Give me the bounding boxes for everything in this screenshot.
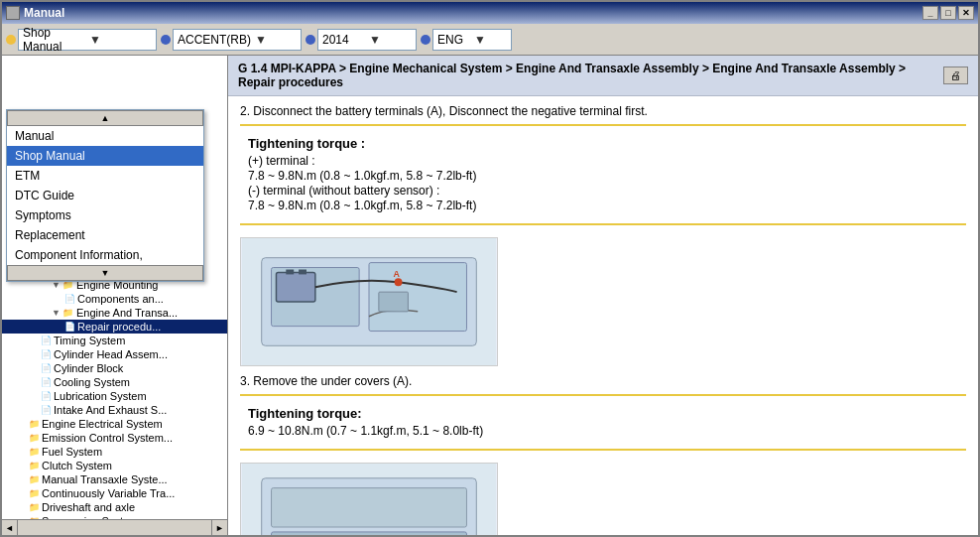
dropdown-scroll-up[interactable]: ▲ (7, 110, 203, 126)
sidebar-scroll-right[interactable]: ► (211, 520, 227, 535)
folder-icon: 📁 (28, 432, 40, 444)
dropdown-item-component[interactable]: Component Information, (7, 245, 203, 265)
dropdown-menu: ▲ Manual Shop Manual ETM DTC Guide Sympt… (6, 109, 204, 282)
dropdown-item-replacement[interactable]: Replacement (7, 225, 203, 245)
tightening-box-1: Tightening torque : (+) terminal : 7.8 ~… (240, 132, 966, 217)
svg-rect-4 (276, 272, 314, 302)
sidebar-item-clutch[interactable]: 📁 Clutch System (2, 459, 227, 472)
model-dropdown-wrapper: ACCENT(RB) ▼ (161, 29, 302, 51)
titlebar-buttons: _ □ ✕ (922, 6, 974, 20)
sidebar-item-manual-transaxle[interactable]: 📁 Manual Transaxle Syste... (2, 472, 227, 486)
main-area: ▲ Manual Shop Manual ETM DTC Guide Sympt… (2, 56, 978, 535)
diagram-2: A (240, 463, 498, 535)
diagram-1: A (240, 237, 498, 366)
step3-text: 3. Remove the under covers (A). (240, 374, 966, 388)
sidebar-item-lubrication[interactable]: 📄 Lubrication System (2, 389, 227, 403)
svg-point-7 (395, 278, 403, 286)
sidebar-item-emission[interactable]: 📁 Emission Control System... (2, 431, 227, 445)
step3-section: 3. Remove the under covers (A). Tighteni… (240, 374, 966, 451)
breadcrumb: G 1.4 MPI-KAPPA > Engine Mechanical Syst… (238, 62, 943, 89)
content-area: G 1.4 MPI-KAPPA > Engine Mechanical Syst… (228, 56, 978, 535)
yellow-divider-4 (240, 449, 966, 451)
folder-icon: 📁 (28, 487, 40, 499)
main-window: Manual _ □ ✕ Shop Manual ▼ ACCENT(RB) ▼ (0, 0, 980, 537)
folder-icon: 📁 (28, 473, 40, 485)
sidebar-item-cooling[interactable]: 📄 Cooling System (2, 375, 227, 389)
dropdown4-icon (421, 35, 430, 45)
sidebar-item-engine-transaxle2[interactable]: ▼ 📁 Engine And Transa... (2, 306, 227, 320)
sidebar-item-timing[interactable]: 📄 Timing System (2, 334, 227, 347)
sidebar-item-cylinder-head[interactable]: 📄 Cylinder Head Assem... (2, 347, 227, 361)
content-header: G 1.4 MPI-KAPPA > Engine Mechanical Syst… (228, 56, 978, 96)
sidebar-item-cvt[interactable]: 📁 Continuously Variable Tra... (2, 486, 227, 500)
folder-icon: 📁 (28, 501, 40, 513)
page-icon: 📄 (40, 335, 52, 346)
sidebar-item-components[interactable]: 📄 Components an... (2, 292, 227, 306)
dropdown2-value: ACCENT(RB) (178, 33, 251, 47)
tightening-step3-line1: 6.9 ~ 10.8N.m (0.7 ~ 1.1kgf.m, 5.1 ~ 8.0… (248, 424, 958, 438)
manual-type-dropdown[interactable]: Shop Manual ▼ (18, 29, 157, 51)
dropdown4-arrow-icon: ▼ (474, 33, 507, 47)
svg-rect-13 (272, 532, 467, 535)
dropdown1-arrow-icon: ▼ (89, 33, 152, 47)
minimize-button[interactable]: _ (922, 6, 938, 20)
dropdown2-icon (161, 35, 171, 45)
tightening-line1: (+) terminal : (248, 154, 958, 168)
sidebar-item-engine-electrical[interactable]: 📁 Engine Electrical System (2, 417, 227, 431)
page-icon: 📄 (40, 348, 52, 360)
print-button[interactable]: 🖨 (943, 67, 968, 84)
dropdown-item-shopmanual[interactable]: Shop Manual (7, 146, 203, 166)
sidebar: ▲ Manual Shop Manual ETM DTC Guide Sympt… (2, 56, 228, 535)
tightening-title-1: Tightening torque : (248, 136, 958, 151)
page-icon: 📄 (63, 321, 75, 333)
sidebar-item-cylinder-block[interactable]: 📄 Cylinder Block (2, 361, 227, 375)
dropdown3-arrow-icon: ▼ (369, 33, 412, 47)
close-button[interactable]: ✕ (958, 6, 974, 20)
tightening-line4: 7.8 ~ 9.8N.m (0.8 ~ 1.0kgf.m, 5.8 ~ 7.2l… (248, 199, 958, 212)
page-icon: 📄 (40, 362, 52, 374)
titlebar: Manual _ □ ✕ (2, 2, 978, 24)
dropdown1-icon (6, 35, 16, 45)
svg-rect-9 (379, 292, 409, 312)
expand-icon: ▼ (52, 308, 61, 318)
sidebar-item-fuel[interactable]: 📁 Fuel System (2, 445, 227, 459)
svg-rect-5 (286, 270, 294, 275)
svg-rect-6 (299, 270, 306, 275)
dropdown2-arrow-icon: ▼ (255, 33, 297, 47)
tightening-line2: 7.8 ~ 9.8N.m (0.8 ~ 1.0kgf.m, 5.8 ~ 7.2l… (248, 169, 958, 183)
yellow-divider-3 (240, 394, 966, 396)
page-icon: 📄 (63, 293, 75, 305)
sidebar-item-repair-procedures[interactable]: 📄 Repair procedu... (2, 320, 227, 334)
sidebar-scroll-left[interactable]: ◄ (2, 520, 18, 535)
dropdown-item-manual[interactable]: Manual (7, 126, 203, 146)
lang-dropdown[interactable]: ENG ▼ (432, 29, 512, 51)
dropdown3-icon (306, 35, 315, 45)
year-dropdown[interactable]: 2014 ▼ (317, 29, 417, 51)
svg-rect-12 (272, 488, 467, 527)
sidebar-item-driveshaft[interactable]: 📁 Driveshaft and axle (2, 500, 227, 514)
yellow-divider-1 (240, 124, 966, 126)
folder-icon: 📁 (28, 418, 40, 430)
tightening-box-2: Tightening torque: 6.9 ~ 10.8N.m (0.7 ~ … (240, 402, 966, 443)
year-dropdown-wrapper: 2014 ▼ (306, 29, 417, 51)
model-dropdown[interactable]: ACCENT(RB) ▼ (173, 29, 302, 51)
sidebar-item-intake-exhaust[interactable]: 📄 Intake And Exhaust S... (2, 403, 227, 417)
yellow-divider-2 (240, 223, 966, 225)
content-body: 2. Disconnect the battery terminals (A),… (228, 96, 978, 535)
tightening-title-2: Tightening torque: (248, 406, 958, 421)
folder-icon: 📁 (28, 446, 40, 458)
dropdown-item-dtcguide[interactable]: DTC Guide (7, 186, 203, 205)
dropdown-item-etm[interactable]: ETM (7, 166, 203, 186)
maximize-button[interactable]: □ (940, 6, 956, 20)
app-icon (6, 6, 20, 20)
folder-icon: 📁 (62, 307, 74, 319)
page-icon: 📄 (40, 390, 52, 402)
dropdown3-value: 2014 (322, 33, 365, 47)
window-title: Manual (24, 6, 64, 20)
folder-icon: 📁 (28, 460, 40, 471)
toolbar: Shop Manual ▼ ACCENT(RB) ▼ 2014 ▼ ENG ▼ (2, 24, 978, 56)
page-icon: 📄 (40, 376, 52, 388)
dropdown-item-symptoms[interactable]: Symptoms (7, 205, 203, 225)
step2-section: 2. Disconnect the battery terminals (A),… (240, 104, 966, 225)
dropdown-scroll-down[interactable]: ▼ (7, 265, 203, 281)
